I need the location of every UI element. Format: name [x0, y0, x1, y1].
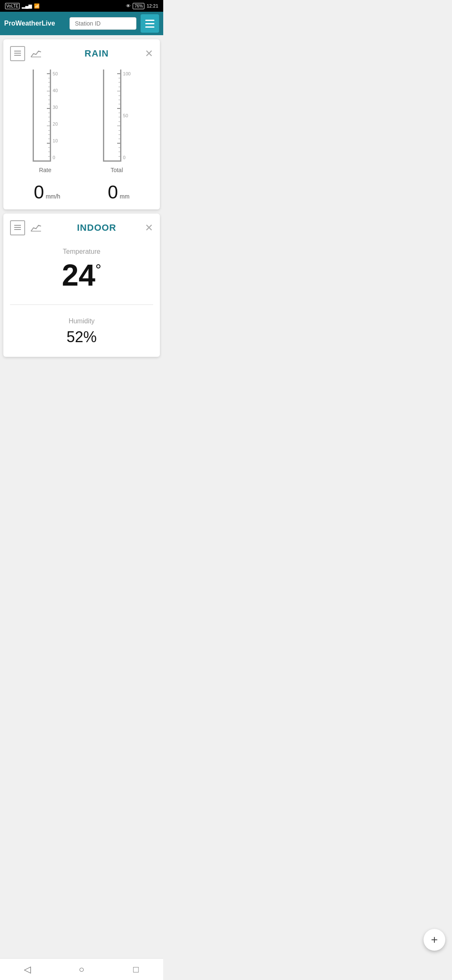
list-icon[interactable] — [10, 46, 25, 61]
indoor-divider — [10, 304, 153, 305]
indoor-chart-icon[interactable] — [28, 220, 44, 235]
rate-label: Rate — [39, 167, 51, 173]
total-value: 0 — [108, 182, 118, 203]
total-scale-100: 100 — [123, 71, 131, 76]
rain-card-close[interactable]: ✕ — [145, 49, 153, 59]
menu-button[interactable] — [141, 14, 159, 33]
rate-scale-10: 10 — [53, 138, 58, 143]
battery-icon: 76% — [133, 3, 144, 9]
rate-scale-30: 30 — [53, 105, 58, 110]
app-header: ProWeatherLive — [0, 12, 163, 35]
temperature-label: Temperature — [10, 248, 153, 255]
svg-rect-4 — [14, 225, 21, 226]
rate-tube — [33, 70, 51, 162]
total-scale: 100 50 0 — [123, 70, 131, 162]
total-label: Total — [110, 167, 123, 173]
total-value-group: 0 mm — [108, 182, 130, 203]
rate-value: 0 — [34, 182, 44, 203]
humidity-value: 52% — [10, 328, 153, 346]
indoor-card-close[interactable]: ✕ — [145, 223, 153, 233]
status-left: VoLTE ▂▄▆ 📶 — [5, 3, 40, 9]
menu-line-1 — [145, 20, 154, 21]
rain-card-header: RAIN ✕ — [10, 46, 153, 61]
volte-icon: VoLTE — [5, 3, 20, 9]
station-id-input[interactable] — [69, 17, 136, 30]
svg-rect-6 — [14, 229, 21, 230]
chart-svg — [30, 49, 42, 59]
total-tube — [103, 70, 121, 162]
rain-card-title: RAIN — [49, 48, 145, 59]
total-unit: mm — [120, 193, 129, 200]
rate-gauge: 50 40 30 20 10 0 — [33, 70, 58, 162]
wifi-icon: 📶 — [34, 3, 40, 9]
rain-gauges: 50 40 30 20 10 0 Rate — [10, 70, 153, 173]
rain-card: RAIN ✕ — [3, 39, 160, 209]
rate-value-group: 0 mm/h — [34, 182, 60, 203]
svg-rect-5 — [14, 227, 21, 228]
rate-scale: 50 40 30 20 10 0 — [53, 70, 58, 162]
svg-rect-2 — [14, 55, 21, 56]
time-display: 12:21 — [146, 3, 158, 8]
indoor-card: INDOOR ✕ Temperature 24° Humidity 52% — [3, 214, 160, 357]
total-gauge-wrapper: 100 50 0 Total — [103, 70, 131, 173]
total-gauge: 100 50 0 — [103, 70, 131, 162]
svg-rect-0 — [14, 51, 21, 52]
indoor-list-icon[interactable] — [10, 220, 25, 235]
signal-icon: ▂▄▆ — [22, 3, 32, 9]
temperature-value: 24° — [10, 259, 153, 292]
total-scale-0: 0 — [123, 155, 131, 160]
menu-line-3 — [145, 26, 154, 28]
rate-scale-20: 20 — [53, 121, 58, 126]
app-logo: ProWeatherLive — [4, 20, 65, 27]
indoor-card-header: INDOOR ✕ — [10, 220, 153, 235]
humidity-section: Humidity 52% — [10, 313, 153, 350]
status-right: 👁 76% 12:21 — [126, 3, 158, 9]
humidity-label: Humidity — [10, 317, 153, 325]
rain-values-row: 0 mm/h 0 mm — [10, 182, 153, 203]
chart-icon[interactable] — [28, 46, 44, 61]
indoor-chart-svg — [30, 223, 42, 233]
temperature-unit: ° — [95, 261, 101, 279]
indoor-list-svg — [13, 224, 22, 232]
rate-gauge-wrapper: 50 40 30 20 10 0 Rate — [33, 70, 58, 173]
eye-icon: 👁 — [126, 3, 131, 8]
logo-weather: WeatherLive — [15, 20, 55, 27]
list-svg — [13, 50, 22, 57]
total-scale-50: 50 — [123, 113, 131, 118]
rate-scale-50: 50 — [53, 71, 58, 76]
status-bar: VoLTE ▂▄▆ 📶 👁 76% 12:21 — [0, 0, 163, 12]
temperature-section: Temperature 24° — [10, 244, 153, 296]
svg-rect-1 — [14, 53, 21, 54]
temperature-number: 24 — [62, 258, 95, 292]
menu-line-2 — [145, 23, 154, 24]
logo-pro: Pro — [4, 20, 15, 27]
rate-scale-0: 0 — [53, 155, 58, 160]
rate-unit: mm/h — [46, 193, 60, 200]
indoor-card-title: INDOOR — [49, 222, 145, 233]
rate-scale-40: 40 — [53, 88, 58, 93]
